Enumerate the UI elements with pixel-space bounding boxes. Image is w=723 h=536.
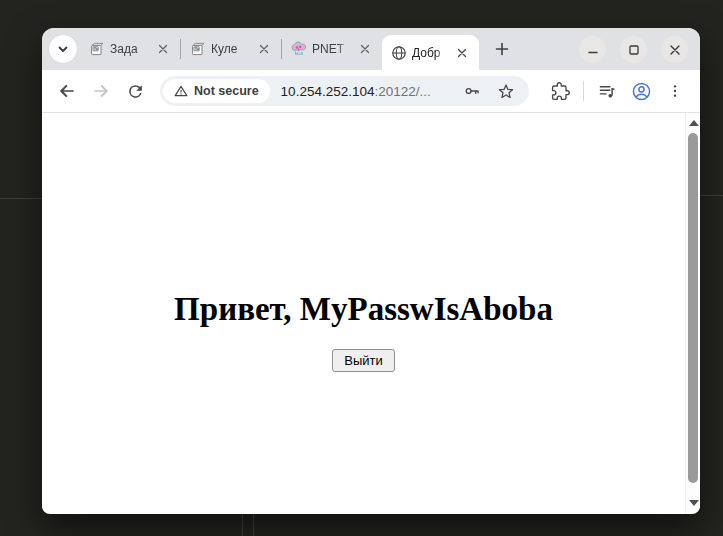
close-icon [669, 44, 681, 56]
chevron-down-icon [57, 43, 69, 55]
window-controls [579, 36, 688, 63]
tab-strip: Yo Зада Yo Кул [42, 28, 700, 70]
pnetlab-favicon: PNET [291, 41, 307, 57]
url-rest: :20122/... [374, 84, 430, 99]
toolbar-separator [583, 81, 584, 101]
minimize-icon [587, 44, 599, 56]
background-window-edge [700, 195, 723, 196]
tab-close-icon[interactable] [255, 41, 272, 58]
background-artifact [242, 514, 243, 536]
security-chip-label: Not secure [194, 84, 259, 98]
page-heading: Привет, MyPasswIsAboba [42, 291, 685, 328]
password-key-icon[interactable] [461, 80, 483, 102]
tab-close-icon[interactable] [356, 41, 373, 58]
reload-button[interactable] [118, 74, 152, 108]
back-arrow-icon [57, 81, 77, 101]
svg-text:Yo: Yo [94, 47, 98, 51]
maximize-icon [628, 44, 640, 56]
tab-dobro-active[interactable]: Добр [382, 35, 479, 70]
logout-button[interactable]: Выйти [332, 349, 395, 372]
url-text: 10.254.252.104:20122/... [281, 84, 431, 99]
back-button[interactable] [50, 74, 84, 108]
browser-window: Yo Зада Yo Кул [42, 28, 700, 514]
warning-triangle-icon [174, 84, 188, 98]
forward-button[interactable] [84, 74, 118, 108]
close-window-button[interactable] [661, 36, 688, 63]
plus-icon [495, 42, 509, 56]
menu-button[interactable] [658, 74, 692, 108]
tab-close-icon[interactable] [154, 41, 171, 58]
bookmark-star-icon[interactable] [495, 80, 517, 102]
profile-button[interactable] [624, 74, 658, 108]
page-content: Привет, MyPasswIsAboba Выйти [42, 113, 685, 513]
background-artifact [253, 514, 254, 536]
tab-zadachi[interactable]: Yo Зада [80, 28, 180, 70]
youtrack-box-favicon: Yo [190, 41, 206, 57]
globe-favicon [391, 45, 407, 61]
page-viewport: Привет, MyPasswIsAboba Выйти [42, 113, 700, 513]
tab-close-icon[interactable] [453, 44, 470, 61]
svg-text:Yo: Yo [195, 47, 199, 51]
menu-dots-icon [667, 83, 683, 99]
minimize-button[interactable] [579, 36, 606, 63]
new-tab-button[interactable] [489, 36, 515, 62]
extensions-button[interactable] [543, 74, 577, 108]
tabs-container: Yo Зада Yo Кул [80, 28, 479, 70]
reload-icon [126, 82, 145, 101]
page-scrollbar[interactable] [685, 113, 700, 513]
youtrack-box-favicon: Yo [89, 41, 105, 57]
profile-avatar-icon [631, 81, 652, 102]
tab-title: PNET [312, 42, 351, 56]
media-controls-icon [598, 82, 617, 101]
tab-title: Куле [211, 42, 250, 56]
tab-title: Добр [412, 46, 448, 60]
scrollbar-thumb[interactable] [688, 133, 698, 483]
maximize-button[interactable] [620, 36, 647, 63]
browser-toolbar: Not secure 10.254.252.104:20122/... [42, 70, 700, 113]
scrollbar-up-arrow[interactable] [689, 120, 699, 126]
tab-kule[interactable]: Yo Куле [181, 28, 281, 70]
media-controls-button[interactable] [590, 74, 624, 108]
background-window-edge [0, 198, 42, 199]
url-host: 10.254.252.104 [281, 84, 375, 99]
tab-title: Зада [110, 42, 149, 56]
forward-arrow-icon [91, 81, 111, 101]
svg-text:PNET: PNET [296, 51, 303, 55]
security-chip[interactable]: Not secure [163, 79, 270, 103]
tab-search-button[interactable] [49, 35, 77, 63]
tab-pnetlab[interactable]: PNET PNET [282, 28, 382, 70]
extensions-puzzle-icon [551, 82, 570, 101]
address-bar[interactable]: Not secure 10.254.252.104:20122/... [160, 76, 529, 106]
scrollbar-down-arrow[interactable] [689, 500, 699, 506]
